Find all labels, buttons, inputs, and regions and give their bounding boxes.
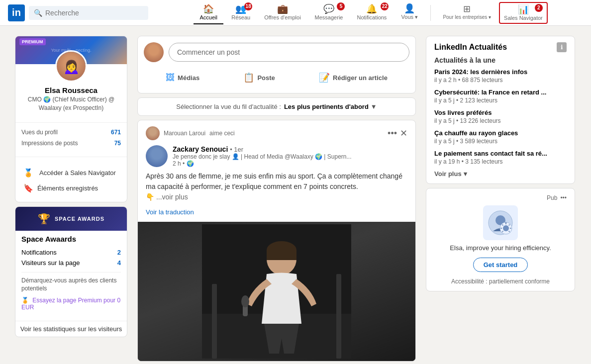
feed-post-avatar[interactable] bbox=[146, 145, 168, 167]
profile-icon: 👤 bbox=[404, 4, 415, 13]
news-item-meta-3: il y a 5 j • 3 589 lecteurs bbox=[434, 138, 567, 145]
nav-item-sales-label: Sales Navigator bbox=[504, 15, 543, 21]
space-premium-btn[interactable]: 🏅 Essayez la page Premium pour 0 EUR bbox=[21, 297, 121, 311]
nav-item-entreprises[interactable]: ⊞ Pour les entreprises ▾ bbox=[437, 1, 497, 24]
grid-icon: ⊞ bbox=[463, 4, 471, 13]
news-item-4[interactable]: Le paiement sans contact fait sa ré... i… bbox=[434, 150, 567, 165]
actor-avatar bbox=[146, 126, 160, 140]
premium-icon: 🏅 bbox=[21, 297, 29, 304]
profile-stats: Vues du profil 671 Impressions de posts … bbox=[15, 127, 127, 153]
start-post-btn[interactable]: Commencer un post bbox=[169, 43, 409, 62]
actor-action: aime ceci bbox=[209, 130, 235, 137]
news-item-3[interactable]: Ça chauffe au rayon glaces il y a 5 j • … bbox=[434, 129, 567, 145]
feed-post-time: 2 h • 🌍 bbox=[173, 160, 407, 167]
space-promo-text: Démarquez-vous auprès des clients potent… bbox=[21, 276, 121, 293]
poste-icon: 📋 bbox=[243, 72, 254, 83]
svg-rect-6 bbox=[267, 250, 296, 260]
post-avatar bbox=[144, 42, 164, 62]
stat-views-value: 671 bbox=[111, 129, 121, 136]
nav-item-messagerie[interactable]: 💬 5 Messagerie bbox=[309, 1, 349, 24]
stat-row-impressions[interactable]: Impressions de posts 75 bbox=[21, 138, 121, 149]
sales-icon: 📊 bbox=[518, 5, 529, 14]
news-item-2[interactable]: Vos livres préférés il y a 5 j • 13 226 … bbox=[434, 109, 567, 124]
stat-row-views[interactable]: Vues du profil 671 bbox=[21, 127, 121, 138]
feed-actor-row: Marouan Laroui aime ceci ••• ✕ bbox=[146, 126, 407, 140]
main-feed: Commencer un post 🖼 Médias 📋 Poste 📝 Réd… bbox=[137, 36, 416, 364]
notifications-icon: 🔔 bbox=[366, 4, 377, 13]
post-article-btn[interactable]: 📝 Rédiger un article bbox=[313, 68, 394, 87]
space-awards-card: 🏆 SPACE AWARDS Space Awaards Notificatio… bbox=[15, 206, 127, 338]
post-box: Commencer un post 🖼 Médias 📋 Poste 📝 Réd… bbox=[137, 36, 416, 93]
stat-impressions-value: 75 bbox=[114, 140, 121, 147]
post-see-more[interactable]: ...voir plus bbox=[156, 193, 188, 201]
nav-item-vous[interactable]: 👤 Vous ▾ bbox=[394, 1, 424, 24]
profile-name[interactable]: Elsa Rousseca bbox=[21, 86, 121, 94]
search-input[interactable] bbox=[45, 9, 143, 17]
premium-badge: PREMIUM bbox=[19, 38, 46, 45]
post-more-btn[interactable]: ••• bbox=[388, 128, 397, 139]
post-media-btn[interactable]: 🖼 Médias bbox=[160, 68, 205, 87]
news-see-more-label: Voir plus bbox=[434, 170, 462, 178]
linkedin-news-card: LinkedIn Actualités ℹ Actualités à la un… bbox=[426, 36, 575, 184]
profile-actions: 🏅 Accéder à Sales Navigator 🔖 Éléments e… bbox=[15, 161, 127, 202]
space-banner: 🏆 SPACE AWARDS bbox=[15, 207, 127, 231]
left-sidebar: Your multi... pecting. PREMIUM 🙍‍♀️ Elsa… bbox=[15, 36, 127, 364]
ad-card: Pub ••• bbox=[426, 188, 575, 291]
nav-item-reseau[interactable]: 👥 18 Réseau bbox=[225, 1, 256, 24]
ad-more-btn[interactable]: ••• bbox=[560, 194, 567, 201]
pub-label: Pub bbox=[547, 194, 557, 201]
post-close-btn[interactable]: ✕ bbox=[400, 128, 407, 139]
nav-items: 🏠 Accueil 👥 18 Réseau 💼 Offres d'emploi … bbox=[158, 1, 583, 24]
translation-link[interactable]: Voir la traduction bbox=[146, 206, 407, 218]
space-notifications-label: Notifications bbox=[21, 249, 57, 256]
nav-item-entreprises-label: Pour les entreprises ▾ bbox=[443, 14, 491, 20]
space-visitors-stats-btn[interactable]: Voir les statistiques sur les visiteurs bbox=[15, 321, 127, 337]
ad-cta-btn[interactable]: Get started bbox=[473, 258, 528, 272]
avatar-image: 🙍‍♀️ bbox=[57, 52, 86, 81]
space-content: Space Awaards Notifications 2 Visiteurs … bbox=[15, 231, 127, 317]
actor-name[interactable]: Marouan Laroui bbox=[164, 130, 205, 137]
space-banner-label: SPACE AWARDS bbox=[55, 216, 104, 222]
search-bar[interactable]: 🔍 bbox=[29, 6, 148, 20]
feed-post-image bbox=[138, 222, 415, 361]
news-see-more-btn[interactable]: Voir plus ▾ bbox=[434, 170, 567, 178]
news-info-btn[interactable]: ℹ bbox=[557, 42, 567, 52]
filter-selected-value[interactable]: Les plus pertinents d'abord bbox=[284, 103, 369, 110]
messagerie-badge: 5 bbox=[337, 2, 345, 10]
profile-avatar[interactable]: 🙍‍♀️ bbox=[55, 50, 87, 82]
feed-post-header: Zackary Senouci • 1er Je pense donc je s… bbox=[146, 145, 407, 167]
nav-item-accueil[interactable]: 🏠 Accueil bbox=[194, 1, 223, 24]
article-icon: 📝 bbox=[319, 72, 330, 83]
news-item-meta-1: il y a 5 j • 2 123 lecteurs bbox=[434, 97, 567, 104]
space-stat-visitors[interactable]: Visiteurs sur la page 4 bbox=[21, 258, 121, 268]
nav-item-accueil-label: Accueil bbox=[200, 14, 217, 20]
news-item-1[interactable]: Cybersécurité: la France en retard ... i… bbox=[434, 89, 567, 104]
filter-bar[interactable]: Sélectionner la vue du fil d'actualité :… bbox=[137, 97, 416, 116]
space-divider bbox=[21, 272, 121, 273]
saved-btn-icon: 🔖 bbox=[23, 183, 33, 193]
saved-items-btn[interactable]: 🔖 Éléments enregistrés bbox=[21, 181, 121, 196]
feed-post-meta: Zackary Senouci • 1er Je pense donc je s… bbox=[173, 145, 407, 167]
media-icon: 🖼 bbox=[166, 73, 175, 83]
sales-navigator-btn[interactable]: 🏅 Accéder à Sales Navigator bbox=[21, 165, 121, 181]
news-item-title-0: Paris 2024: les dernières infos bbox=[434, 68, 567, 76]
svg-point-8 bbox=[241, 295, 249, 307]
feed-post-name[interactable]: Zackary Senouci • 1er bbox=[173, 145, 407, 153]
nav-item-notifications[interactable]: 🔔 22 Notifications bbox=[351, 1, 393, 24]
nav-item-vous-label: Vous ▾ bbox=[401, 14, 418, 20]
space-title[interactable]: Space Awaards bbox=[21, 235, 121, 243]
messages-icon: 💬 bbox=[323, 4, 334, 13]
nav-item-sales[interactable]: 📊 2 Sales Navigator bbox=[499, 2, 548, 24]
space-stat-notifications[interactable]: Notifications 2 bbox=[21, 247, 121, 258]
profile-title: CMO 🌍 (Chief Music Officer) @ Waalaxy (e… bbox=[21, 95, 121, 112]
ad-card-header: Pub ••• bbox=[434, 194, 567, 201]
feed-post-content: Après 30 ans de flemme, je me suis enfin… bbox=[146, 167, 407, 206]
news-item-0[interactable]: Paris 2024: les dernières infos il y a 2… bbox=[434, 68, 567, 84]
space-visitors-label: Visiteurs sur la page bbox=[21, 259, 80, 267]
author-degree: • 1er bbox=[230, 146, 243, 153]
linkedin-logo[interactable]: in bbox=[8, 4, 25, 21]
news-item-meta-2: il y a 5 j • 13 226 lecteurs bbox=[434, 117, 567, 124]
post-job-btn[interactable]: 📋 Poste bbox=[237, 68, 281, 87]
nav-item-emploi[interactable]: 💼 Offres d'emploi bbox=[258, 1, 306, 24]
space-notifications-value: 2 bbox=[117, 249, 121, 256]
